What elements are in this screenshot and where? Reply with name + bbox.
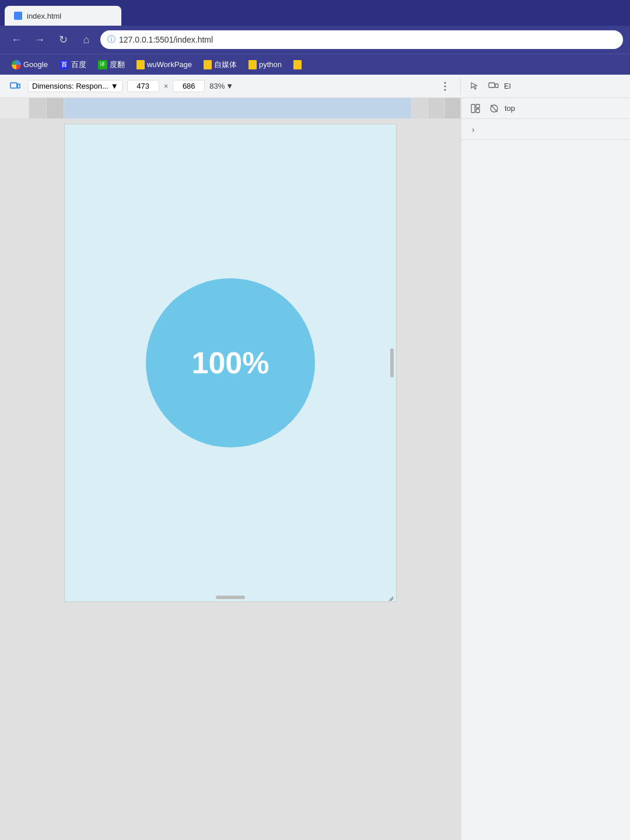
device-frame: 100% (64, 124, 397, 602)
layout-icon[interactable] (467, 100, 484, 117)
resize-handle-right[interactable] (390, 348, 394, 377)
bp-seg-1[interactable] (0, 98, 29, 118)
resize-handle-corner[interactable] (388, 593, 394, 599)
bp-seg-3[interactable] (47, 98, 64, 118)
zoom-chevron: ▼ (226, 82, 233, 90)
bookmark-google[interactable]: Google (7, 58, 52, 72)
svg-rect-9 (476, 109, 480, 113)
svg-rect-6 (495, 84, 498, 88)
bookmarks-bar: Google 百 百度 译 度翻 wuWorkPage 自媒体 python (0, 54, 630, 75)
wuwork-favicon (136, 60, 145, 69)
zoom-select[interactable]: 83% ▼ (209, 82, 233, 90)
device-toolbar-icon[interactable] (7, 78, 23, 94)
devtools-right-toolbar: El (461, 78, 630, 94)
breakpoints-container (0, 98, 461, 118)
svg-point-2 (444, 82, 446, 83)
bookmark-zimeiti[interactable]: 自媒体 (199, 57, 242, 72)
bookmark-baidu[interactable]: 百 百度 (55, 57, 91, 72)
panel-tabs: › (461, 119, 630, 140)
bp-seg-7[interactable] (444, 98, 461, 118)
svg-rect-8 (476, 104, 480, 108)
main-area: 100% › (0, 119, 630, 840)
info-icon: ⓘ (107, 34, 116, 45)
tab-bar: index.html (0, 0, 630, 26)
bookmark-label: 度翻 (110, 60, 125, 70)
bp-seg-6[interactable] (428, 98, 444, 118)
svg-point-4 (444, 89, 446, 90)
bookmark-label: Google (23, 60, 48, 69)
google-favicon (12, 60, 21, 69)
browser-chrome: index.html ← → ↻ ⌂ ⓘ 127.0.0.1:5501/inde… (0, 0, 630, 75)
breakpoints-bar (0, 98, 461, 118)
dimensions-chevron: ▼ (111, 82, 118, 90)
devtools-left-toolbar: Dimensions: Respon... ▼ × 83% ▼ (0, 78, 461, 94)
baidu-favicon: 百 (60, 60, 69, 69)
devtools-panel: › (461, 119, 630, 840)
progress-circle: 100% (146, 278, 315, 447)
bookmark-wuworkpage[interactable]: wuWorkPage (132, 58, 197, 72)
dimensions-label: Dimensions: Respon... (32, 82, 108, 90)
svg-rect-7 (471, 104, 475, 113)
zimeiti-favicon (204, 60, 212, 69)
svg-rect-5 (489, 83, 495, 88)
address-text: 127.0.0.1:5501/index.html (119, 35, 213, 44)
bookmark-label: python (259, 60, 282, 69)
back-button[interactable]: ← (7, 30, 26, 49)
width-input[interactable] (127, 80, 159, 92)
dimensions-select[interactable]: Dimensions: Respon... ▼ (28, 80, 123, 92)
more-options-button[interactable] (437, 78, 453, 94)
bookmark-label: 百度 (71, 60, 86, 70)
dimension-separator: × (164, 82, 169, 90)
devtools-secondary-bar: top (0, 98, 630, 119)
elements-panel-tab[interactable]: El (504, 82, 511, 90)
device-emulation-icon[interactable] (485, 78, 502, 94)
bp-seg-5[interactable] (412, 98, 428, 118)
svg-rect-0 (10, 83, 17, 88)
progress-value: 100% (192, 345, 270, 380)
tab-favicon (14, 12, 22, 20)
forward-button[interactable]: → (30, 30, 49, 49)
bp-seg-2[interactable] (29, 98, 47, 118)
fanyi-favicon: 译 (98, 60, 107, 69)
devtools-toolbar: Dimensions: Respon... ▼ × 83% ▼ (0, 75, 630, 98)
refresh-button[interactable]: ↻ (54, 30, 72, 49)
block-icon[interactable] (486, 100, 502, 117)
tab-title: index.html (27, 12, 61, 20)
home-button[interactable]: ⌂ (77, 30, 96, 49)
resize-handle-bottom[interactable] (216, 596, 245, 599)
svg-rect-1 (18, 84, 20, 88)
da-favicon (293, 60, 302, 69)
devtools-right-secondary: top (461, 98, 630, 118)
address-bar: ← → ↻ ⌂ ⓘ 127.0.0.1:5501/index.html (0, 26, 630, 54)
active-tab[interactable]: index.html (5, 6, 121, 26)
panel-expand-button[interactable]: › (466, 123, 480, 136)
bp-seg-active[interactable] (64, 98, 412, 118)
panel-label: top (505, 104, 515, 113)
bookmark-da[interactable] (289, 58, 306, 72)
panel-content (461, 140, 630, 840)
height-input[interactable] (173, 80, 205, 92)
bookmark-fanyi[interactable]: 译 度翻 (93, 57, 130, 72)
viewport-area: 100% (0, 119, 461, 840)
address-input[interactable]: ⓘ 127.0.0.1:5501/index.html (100, 30, 623, 49)
bookmark-label: 自媒体 (214, 60, 237, 70)
svg-point-3 (444, 85, 446, 87)
python-favicon (249, 60, 257, 69)
element-inspector-icon[interactable] (467, 78, 483, 94)
zoom-value: 83% (209, 82, 225, 90)
bookmark-label: wuWorkPage (147, 60, 192, 69)
bookmark-python[interactable]: python (244, 58, 286, 72)
